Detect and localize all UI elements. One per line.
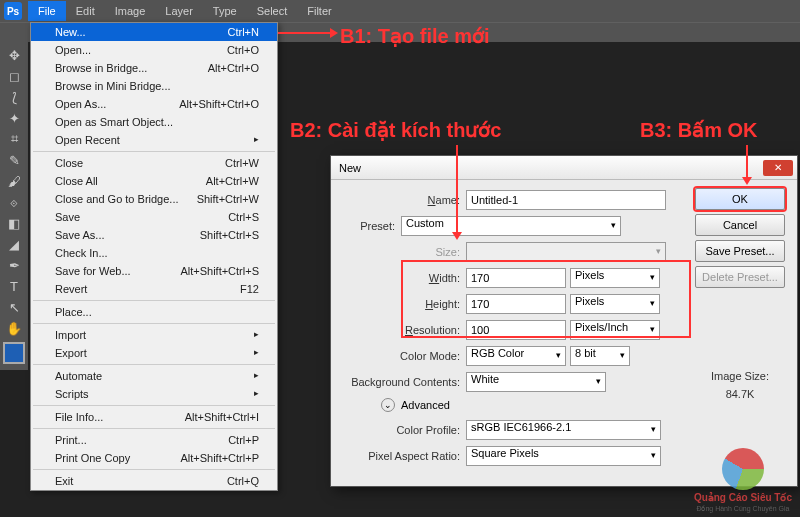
menu-item-label: Import xyxy=(55,329,86,341)
watermark-logo: Quảng Cáo Siêu Tốc Đồng Hành Cùng Chuyên… xyxy=(694,448,792,513)
file-menu-item[interactable]: Check In... xyxy=(31,244,277,262)
profile-label: Color Profile: xyxy=(341,424,466,436)
pen-tool-icon[interactable]: ✒ xyxy=(2,255,26,275)
eraser-tool-icon[interactable]: ◧ xyxy=(2,213,26,233)
menubar: Ps File Edit Image Layer Type Select Fil… xyxy=(0,0,800,22)
new-document-dialog: New ✕ Name: Preset: Custom Size: Width: … xyxy=(330,155,798,487)
menu-item-label: Close All xyxy=(55,175,98,187)
menu-item-label: Print... xyxy=(55,434,87,446)
menu-item-label: Export xyxy=(55,347,87,359)
lasso-tool-icon[interactable]: ⟅ xyxy=(2,87,26,107)
bg-select[interactable]: White xyxy=(466,372,606,392)
file-menu-item[interactable]: Open...Ctrl+O xyxy=(31,41,277,59)
path-tool-icon[interactable]: ↖ xyxy=(2,297,26,317)
resolution-input[interactable] xyxy=(466,320,566,340)
close-icon[interactable]: ✕ xyxy=(763,160,793,176)
menu-item-shortcut: Ctrl+P xyxy=(228,434,259,446)
file-menu-item[interactable]: Open as Smart Object... xyxy=(31,113,277,131)
file-menu-item[interactable]: Close AllAlt+Ctrl+W xyxy=(31,172,277,190)
annotation-b3: B3: Bấm OK xyxy=(640,118,758,142)
menu-type[interactable]: Type xyxy=(203,1,247,21)
file-menu-item[interactable]: New...Ctrl+N xyxy=(31,23,277,41)
menu-select[interactable]: Select xyxy=(247,1,298,21)
stamp-tool-icon[interactable]: ⟐ xyxy=(2,192,26,212)
file-menu-item[interactable]: Browse in Mini Bridge... xyxy=(31,77,277,95)
menu-image[interactable]: Image xyxy=(105,1,156,21)
width-unit-select[interactable]: Pixels xyxy=(570,268,660,288)
file-menu-item[interactable]: Open As...Alt+Shift+Ctrl+O xyxy=(31,95,277,113)
wand-tool-icon[interactable]: ✦ xyxy=(2,108,26,128)
width-label: Width: xyxy=(341,272,466,284)
advanced-toggle[interactable]: ⌄ Advanced xyxy=(381,398,787,412)
profile-select[interactable]: sRGB IEC61966-2.1 xyxy=(466,420,661,440)
marquee-tool-icon[interactable]: ◻ xyxy=(2,66,26,86)
width-input[interactable] xyxy=(466,268,566,288)
ok-button[interactable]: OK xyxy=(695,188,785,210)
file-menu-item[interactable]: Export xyxy=(31,344,277,362)
gradient-tool-icon[interactable]: ◢ xyxy=(2,234,26,254)
file-menu-item[interactable]: Print One CopyAlt+Shift+Ctrl+P xyxy=(31,449,277,467)
menu-item-shortcut: Ctrl+N xyxy=(228,26,259,38)
save-preset-button[interactable]: Save Preset... xyxy=(695,240,785,262)
menu-edit[interactable]: Edit xyxy=(66,1,105,21)
file-menu-item[interactable]: Open Recent xyxy=(31,131,277,149)
foreground-color-swatch[interactable] xyxy=(3,342,25,364)
file-menu-item[interactable]: ExitCtrl+Q xyxy=(31,472,277,490)
height-input[interactable] xyxy=(466,294,566,314)
file-menu-item[interactable]: Place... xyxy=(31,303,277,321)
menu-separator xyxy=(33,469,275,470)
file-menu-item[interactable]: Scripts xyxy=(31,385,277,403)
file-menu-item[interactable]: Automate xyxy=(31,367,277,385)
file-menu-item[interactable]: Browse in Bridge...Alt+Ctrl+O xyxy=(31,59,277,77)
preset-select[interactable]: Custom xyxy=(401,216,621,236)
height-unit-select[interactable]: Pixels xyxy=(570,294,660,314)
bg-label: Background Contents: xyxy=(341,376,466,388)
menu-file[interactable]: File xyxy=(28,1,66,21)
menu-item-shortcut: Alt+Shift+Ctrl+P xyxy=(180,452,259,464)
menu-filter[interactable]: Filter xyxy=(297,1,341,21)
move-tool-icon[interactable]: ✥ xyxy=(2,45,26,65)
swirl-icon xyxy=(722,448,764,490)
menu-item-label: Scripts xyxy=(55,388,89,400)
menu-item-label: Close and Go to Bridge... xyxy=(55,193,179,205)
text-tool-icon[interactable]: T xyxy=(2,276,26,296)
menu-item-label: Print One Copy xyxy=(55,452,130,464)
size-label: Size: xyxy=(341,246,466,258)
menu-separator xyxy=(33,300,275,301)
menu-item-label: Exit xyxy=(55,475,73,487)
file-menu-item[interactable]: CloseCtrl+W xyxy=(31,154,277,172)
menu-separator xyxy=(33,428,275,429)
file-menu-item[interactable]: Print...Ctrl+P xyxy=(31,431,277,449)
crop-tool-icon[interactable]: ⌗ xyxy=(2,129,26,149)
menu-layer[interactable]: Layer xyxy=(155,1,203,21)
menu-item-shortcut: Ctrl+Q xyxy=(227,475,259,487)
resolution-unit-select[interactable]: Pixels/Inch xyxy=(570,320,660,340)
menu-separator xyxy=(33,151,275,152)
menu-item-shortcut: F12 xyxy=(240,283,259,295)
file-menu-item[interactable]: Close and Go to Bridge...Shift+Ctrl+W xyxy=(31,190,277,208)
name-input[interactable] xyxy=(466,190,666,210)
menu-item-label: Open Recent xyxy=(55,134,120,146)
hand-tool-icon[interactable]: ✋ xyxy=(2,318,26,338)
brush-tool-icon[interactable]: 🖌 xyxy=(2,171,26,191)
file-menu-item[interactable]: RevertF12 xyxy=(31,280,277,298)
file-menu-item[interactable]: Save As...Shift+Ctrl+S xyxy=(31,226,277,244)
colormode-select[interactable]: RGB Color xyxy=(466,346,566,366)
menu-item-label: Save for Web... xyxy=(55,265,131,277)
dialog-titlebar[interactable]: New ✕ xyxy=(331,156,797,180)
file-menu-item[interactable]: SaveCtrl+S xyxy=(31,208,277,226)
file-menu-item[interactable]: Import xyxy=(31,326,277,344)
colordepth-select[interactable]: 8 bit xyxy=(570,346,630,366)
height-label: Height: xyxy=(341,298,466,310)
eyedropper-tool-icon[interactable]: ✎ xyxy=(2,150,26,170)
cancel-button[interactable]: Cancel xyxy=(695,214,785,236)
menu-separator xyxy=(33,323,275,324)
menu-item-label: Open... xyxy=(55,44,91,56)
menu-item-shortcut: Alt+Ctrl+W xyxy=(206,175,259,187)
file-menu-item[interactable]: Save for Web...Alt+Shift+Ctrl+S xyxy=(31,262,277,280)
menu-item-label: Save xyxy=(55,211,80,223)
file-menu-item[interactable]: File Info...Alt+Shift+Ctrl+I xyxy=(31,408,277,426)
menu-item-shortcut: Ctrl+O xyxy=(227,44,259,56)
menu-item-label: Revert xyxy=(55,283,87,295)
aspect-select[interactable]: Square Pixels xyxy=(466,446,661,466)
